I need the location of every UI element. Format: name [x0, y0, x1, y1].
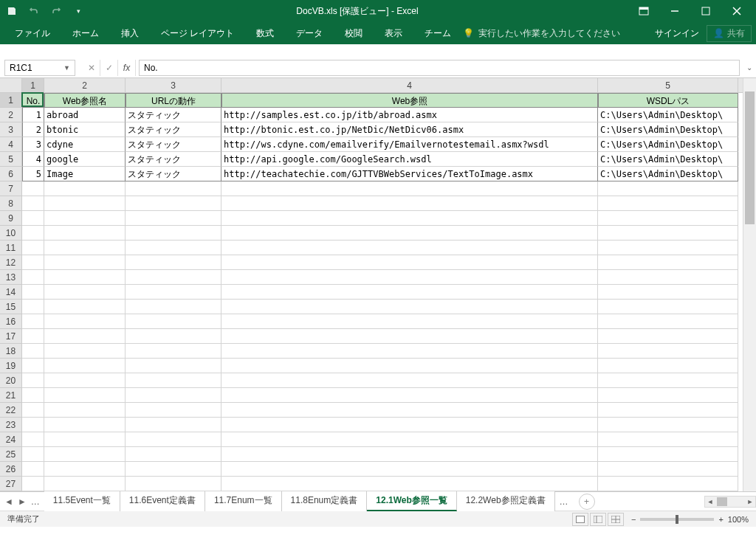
empty-cell[interactable]	[22, 403, 44, 418]
row-header[interactable]: 5	[0, 152, 21, 167]
empty-cell[interactable]	[221, 196, 598, 211]
row-header[interactable]: 4	[0, 137, 21, 152]
empty-cell[interactable]	[598, 226, 738, 241]
empty-cell[interactable]	[44, 432, 126, 447]
empty-cell[interactable]	[598, 329, 738, 344]
tab-home[interactable]: ホーム	[62, 23, 109, 44]
data-cell[interactable]: http://api.google.com/GoogleSearch.wsdl	[221, 152, 598, 167]
empty-cell[interactable]	[126, 285, 221, 300]
data-cell[interactable]: C:\Users\Admin\Desktop\	[598, 108, 738, 122]
name-box[interactable]: R1C1 ▼	[4, 60, 75, 76]
empty-cell[interactable]	[44, 418, 126, 432]
empty-cell[interactable]	[598, 477, 738, 491]
scrollbar-thumb[interactable]	[745, 91, 755, 224]
empty-cell[interactable]	[22, 329, 44, 344]
page-break-view-icon[interactable]	[608, 513, 624, 526]
empty-cell[interactable]	[126, 300, 221, 314]
save-icon[interactable]	[4, 4, 19, 18]
row-header[interactable]: 6	[0, 167, 21, 181]
sheet-nav-next-icon[interactable]: ►	[18, 497, 27, 507]
empty-cell[interactable]	[221, 270, 598, 285]
row-header[interactable]: 8	[0, 196, 21, 211]
row-header[interactable]: 2	[0, 108, 21, 122]
empty-cell[interactable]	[221, 373, 598, 388]
row-header[interactable]: 21	[0, 388, 21, 403]
row-header[interactable]: 27	[0, 477, 21, 491]
sheet-tab[interactable]: 12.2Web参照定義書	[457, 491, 555, 511]
empty-cell[interactable]	[598, 300, 738, 314]
data-cell[interactable]: スタティック	[126, 137, 221, 152]
scroll-left-icon[interactable]: ◄	[705, 498, 715, 505]
spreadsheet-grid[interactable]: 1 2 3 4 5 123456789101112131415161718192…	[0, 78, 756, 491]
row-header[interactable]: 19	[0, 359, 21, 373]
sheet-nav-prev-icon[interactable]: ◄	[4, 497, 13, 507]
empty-cell[interactable]	[44, 477, 126, 491]
sheet-tab[interactable]: 11.8Enum定義書	[282, 491, 368, 511]
header-cell[interactable]: Web参照名	[44, 93, 126, 108]
data-cell[interactable]: 5	[22, 167, 44, 181]
header-cell[interactable]: Web参照	[221, 93, 598, 108]
data-cell[interactable]: C:\Users\Admin\Desktop\	[598, 137, 738, 152]
empty-cell[interactable]	[22, 432, 44, 447]
close-icon[interactable]	[722, 1, 752, 21]
tab-file[interactable]: ファイル	[4, 23, 61, 44]
row-header[interactable]: 17	[0, 329, 21, 344]
empty-cell[interactable]	[44, 388, 126, 403]
sheet-tab[interactable]: 11.6Event定義書	[120, 491, 205, 511]
empty-cell[interactable]	[598, 388, 738, 403]
empty-cell[interactable]	[126, 255, 221, 270]
row-header[interactable]: 3	[0, 122, 21, 137]
empty-cell[interactable]	[22, 211, 44, 226]
data-cell[interactable]: C:\Users\Admin\Desktop\	[598, 122, 738, 137]
empty-cell[interactable]	[221, 477, 598, 491]
normal-view-icon[interactable]	[572, 513, 588, 526]
row-header[interactable]: 14	[0, 285, 21, 300]
empty-cell[interactable]	[598, 462, 738, 477]
data-cell[interactable]: http://btonic.est.co.jp/NetDic/NetDicv06…	[221, 122, 598, 137]
empty-cell[interactable]	[221, 359, 598, 373]
empty-cell[interactable]	[598, 270, 738, 285]
empty-cell[interactable]	[221, 226, 598, 241]
empty-cell[interactable]	[44, 344, 126, 359]
row-header[interactable]: 24	[0, 432, 21, 447]
col-header[interactable]: 5	[598, 78, 738, 92]
empty-cell[interactable]	[598, 211, 738, 226]
row-header[interactable]: 11	[0, 241, 21, 255]
empty-cell[interactable]	[221, 462, 598, 477]
data-cell[interactable]: 2	[22, 122, 44, 137]
row-header[interactable]: 16	[0, 314, 21, 329]
share-button[interactable]: 👤 共有	[707, 25, 752, 42]
tab-team[interactable]: チーム	[414, 23, 461, 44]
data-cell[interactable]: cdyne	[44, 137, 126, 152]
header-cell[interactable]: URLの動作	[126, 93, 221, 108]
minimize-icon[interactable]	[660, 1, 690, 21]
empty-cell[interactable]	[126, 359, 221, 373]
horizontal-scrollbar[interactable]: ◄ ►	[704, 496, 756, 508]
select-all-corner[interactable]	[0, 78, 22, 93]
empty-cell[interactable]	[44, 255, 126, 270]
data-cell[interactable]: スタティック	[126, 108, 221, 122]
data-cell[interactable]: スタティック	[126, 152, 221, 167]
empty-cell[interactable]	[598, 255, 738, 270]
empty-cell[interactable]	[22, 388, 44, 403]
empty-cell[interactable]	[221, 403, 598, 418]
empty-cell[interactable]	[221, 388, 598, 403]
sheet-tab[interactable]: 11.7Enum一覧	[205, 491, 282, 511]
empty-cell[interactable]	[598, 403, 738, 418]
empty-cell[interactable]	[22, 344, 44, 359]
empty-cell[interactable]	[598, 241, 738, 255]
expand-formula-icon[interactable]: ⌄	[743, 63, 756, 72]
empty-cell[interactable]	[221, 329, 598, 344]
add-sheet-button[interactable]: +	[579, 494, 595, 510]
empty-cell[interactable]	[22, 462, 44, 477]
row-header[interactable]: 22	[0, 403, 21, 418]
maximize-icon[interactable]	[691, 1, 721, 21]
scroll-right-icon[interactable]: ►	[745, 498, 755, 505]
vertical-scrollbar[interactable]	[743, 78, 756, 491]
enter-icon[interactable]: ✓	[100, 60, 118, 76]
zoom-value[interactable]: 100%	[728, 515, 749, 524]
empty-cell[interactable]	[44, 196, 126, 211]
row-header[interactable]: 23	[0, 418, 21, 432]
row-header[interactable]: 10	[0, 226, 21, 241]
tab-view[interactable]: 表示	[374, 23, 413, 44]
